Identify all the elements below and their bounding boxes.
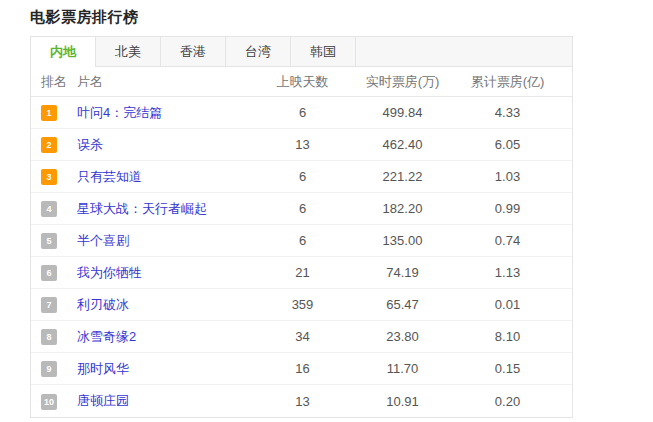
header-title: 片名	[77, 73, 255, 91]
rank-badge: 9	[41, 361, 57, 377]
days-on-release: 13	[255, 394, 350, 409]
days-on-release: 6	[255, 201, 350, 216]
movie-title-link[interactable]: 我为你牺牲	[77, 265, 142, 280]
total-box-office: 6.05	[455, 137, 560, 152]
rank-badge: 10	[41, 394, 57, 410]
header-realtime: 实时票房(万)	[350, 73, 455, 91]
movie-title-link[interactable]: 冰雪奇缘2	[77, 329, 136, 344]
days-on-release: 6	[255, 169, 350, 184]
movie-title-link[interactable]: 星球大战：天行者崛起	[77, 201, 207, 216]
rank-badge: 6	[41, 265, 57, 281]
table-body: 1 叶问4：完结篇 6 499.84 4.33 2 误杀 13 462.40 6…	[31, 97, 572, 417]
table-row: 2 误杀 13 462.40 6.05	[31, 129, 572, 161]
realtime-box-office: 10.91	[350, 394, 455, 409]
realtime-box-office: 499.84	[350, 105, 455, 120]
realtime-box-office: 23.80	[350, 329, 455, 344]
table-row: 7 利刃破冰 359 65.47 0.01	[31, 289, 572, 321]
realtime-box-office: 74.19	[350, 265, 455, 280]
movie-title-link[interactable]: 叶问4：完结篇	[77, 105, 162, 120]
days-on-release: 13	[255, 137, 350, 152]
table-row: 4 星球大战：天行者崛起 6 182.20 0.99	[31, 193, 572, 225]
rank-badge: 8	[41, 329, 57, 345]
movie-title-link[interactable]: 误杀	[77, 137, 103, 152]
realtime-box-office: 135.00	[350, 233, 455, 248]
movie-title-link[interactable]: 利刃破冰	[77, 297, 129, 312]
total-box-office: 4.33	[455, 105, 560, 120]
days-on-release: 359	[255, 297, 350, 312]
days-on-release: 6	[255, 105, 350, 120]
days-on-release: 6	[255, 233, 350, 248]
tab-bar: 内地北美香港台湾韩国	[31, 37, 572, 67]
rank-badge: 5	[41, 233, 57, 249]
realtime-box-office: 65.47	[350, 297, 455, 312]
table-row: 3 只有芸知道 6 221.22 1.03	[31, 161, 572, 193]
movie-title-link[interactable]: 半个喜剧	[77, 233, 129, 248]
page-title: 电影票房排行榜	[30, 8, 653, 27]
table-row: 9 那时风华 16 11.70 0.15	[31, 353, 572, 385]
table-row: 10 唐顿庄园 13 10.91 0.20	[31, 385, 572, 417]
table-row: 5 半个喜剧 6 135.00 0.74	[31, 225, 572, 257]
table-row: 6 我为你牺牲 21 74.19 1.13	[31, 257, 572, 289]
realtime-box-office: 11.70	[350, 361, 455, 376]
total-box-office: 0.20	[455, 394, 560, 409]
total-box-office: 0.99	[455, 201, 560, 216]
header-rank: 排名	[31, 73, 77, 91]
tab-taiwan[interactable]: 台湾	[226, 37, 291, 67]
realtime-box-office: 182.20	[350, 201, 455, 216]
total-box-office: 1.03	[455, 169, 560, 184]
rank-badge: 1	[41, 105, 57, 121]
days-on-release: 21	[255, 265, 350, 280]
tab-hongkong[interactable]: 香港	[161, 37, 226, 67]
days-on-release: 16	[255, 361, 350, 376]
page: 电影票房排行榜 内地北美香港台湾韩国 排名 片名 上映天数 实时票房(万) 累计…	[0, 0, 653, 418]
rank-badge: 3	[41, 169, 57, 185]
rank-badge: 2	[41, 137, 57, 153]
rank-badge: 4	[41, 201, 57, 217]
movie-title-link[interactable]: 只有芸知道	[77, 169, 142, 184]
table-row: 8 冰雪奇缘2 34 23.80 8.10	[31, 321, 572, 353]
total-box-office: 0.01	[455, 297, 560, 312]
realtime-box-office: 221.22	[350, 169, 455, 184]
tab-mainland[interactable]: 内地	[31, 37, 96, 67]
table-row: 1 叶问4：完结篇 6 499.84 4.33	[31, 97, 572, 129]
total-box-office: 0.15	[455, 361, 560, 376]
box-office-panel: 内地北美香港台湾韩国 排名 片名 上映天数 实时票房(万) 累计票房(亿) 1 …	[30, 36, 573, 418]
movie-title-link[interactable]: 唐顿庄园	[77, 393, 129, 408]
total-box-office: 8.10	[455, 329, 560, 344]
total-box-office: 0.74	[455, 233, 560, 248]
header-days: 上映天数	[255, 73, 350, 91]
realtime-box-office: 462.40	[350, 137, 455, 152]
rank-badge: 7	[41, 297, 57, 313]
tab-korea[interactable]: 韩国	[291, 37, 356, 67]
tab-north-america[interactable]: 北美	[96, 37, 161, 67]
total-box-office: 1.13	[455, 265, 560, 280]
days-on-release: 34	[255, 329, 350, 344]
table-header-row: 排名 片名 上映天数 实时票房(万) 累计票房(亿)	[31, 67, 572, 97]
movie-title-link[interactable]: 那时风华	[77, 361, 129, 376]
header-total: 累计票房(亿)	[455, 73, 560, 91]
